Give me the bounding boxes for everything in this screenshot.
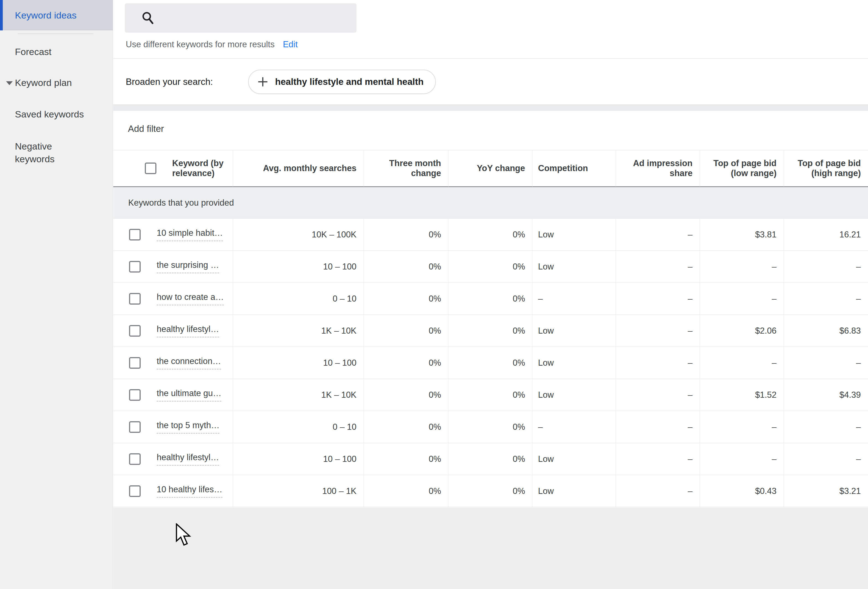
keyword-link[interactable]: how to create a…	[157, 292, 224, 306]
cell-value: 0%	[429, 486, 441, 496]
competition-cell: Low	[533, 347, 616, 379]
ad-impression-share-cell: –	[616, 218, 700, 250]
cell-value: –	[772, 422, 776, 432]
ad-impression-share-cell: –	[616, 411, 700, 443]
ad-impression-share-cell: –	[616, 475, 700, 507]
top-of-page-bid-low-cell: –	[700, 282, 784, 314]
three-month-change-cell: 0%	[364, 475, 449, 507]
row-checkbox[interactable]	[129, 293, 141, 305]
keyword-link[interactable]: 10 healthy lifes…	[157, 484, 223, 498]
cell-value: $3.81	[755, 230, 776, 240]
header-keyword: Keyword (by relevance)	[113, 150, 233, 187]
header-avg-monthly-searches: Avg. monthly searches	[233, 150, 364, 187]
broaden-keyword-chip[interactable]: healthy lifestyle and mental health	[248, 69, 436, 94]
cell-value: –	[688, 230, 692, 240]
three-month-change-cell: 0%	[364, 250, 449, 282]
cell-value: –	[772, 262, 776, 272]
top-of-page-bid-high-cell: –	[784, 443, 868, 475]
sidebar-item-label: Negative keywords	[15, 140, 78, 165]
keyword-link[interactable]: the top 5 myth…	[157, 421, 219, 434]
cell-value: –	[856, 454, 861, 464]
top-of-page-bid-high-cell: –	[784, 282, 868, 314]
cell-value: –	[856, 358, 861, 368]
header-top-of-page-bid-high: Top of page bid (high range)	[784, 150, 868, 187]
keyword-search-box[interactable]	[125, 3, 356, 32]
yoy-change-cell: 0%	[449, 218, 533, 250]
cell-value: 0%	[429, 390, 441, 400]
yoy-change-cell: 0%	[449, 250, 533, 282]
select-all-checkbox[interactable]	[145, 162, 156, 174]
keyword-cell: healthy lifestyl…	[113, 443, 233, 475]
header-ad-impression-share: Ad impression share	[616, 150, 700, 187]
competition-cell: Low	[533, 475, 616, 507]
ad-impression-share-cell: –	[616, 379, 700, 411]
keyword-link[interactable]: healthy lifestyl…	[157, 324, 219, 338]
chevron-down-icon	[6, 81, 13, 85]
yoy-change-cell: 0%	[449, 379, 533, 411]
header-yoy-change: YoY change	[449, 150, 533, 187]
top-of-page-bid-low-cell: –	[700, 443, 784, 475]
row-checkbox[interactable]	[129, 453, 141, 465]
competition-cell: Low	[533, 379, 616, 411]
top-of-page-bid-low-cell: $3.81	[700, 218, 784, 250]
row-checkbox[interactable]	[129, 325, 141, 337]
top-of-page-bid-low-cell: –	[700, 411, 784, 443]
top-of-page-bid-low-cell: –	[700, 347, 784, 379]
keyword-link[interactable]: 10 simple habit…	[157, 228, 223, 241]
row-checkbox[interactable]	[129, 485, 141, 497]
table-footer-area	[113, 508, 868, 589]
cell-value: Low	[538, 230, 554, 240]
add-filter-button[interactable]: Add filter	[128, 124, 164, 134]
sidebar-item-forecast[interactable]: Forecast	[0, 46, 113, 57]
keyword-cell: the ultimate gu…	[113, 379, 233, 411]
top-of-page-bid-high-cell: $3.21	[784, 475, 868, 507]
row-checkbox[interactable]	[129, 389, 141, 401]
cell-value: 0%	[512, 294, 525, 304]
card-gap	[113, 105, 868, 111]
sidebar-item-saved-keywords[interactable]: Saved keywords	[0, 109, 113, 120]
sidebar-item-keyword-ideas[interactable]: Keyword ideas	[0, 0, 113, 30]
three-month-change-cell: 0%	[364, 411, 449, 443]
sidebar-item-negative-keywords[interactable]: Negative keywords	[0, 140, 113, 165]
row-checkbox[interactable]	[129, 229, 141, 241]
cell-value: 0%	[429, 454, 441, 464]
cell-value: 0%	[429, 358, 441, 368]
row-checkbox[interactable]	[129, 421, 141, 433]
edit-link[interactable]: Edit	[283, 40, 298, 49]
keyword-link[interactable]: the ultimate gu…	[157, 388, 221, 402]
cell-value: 10 – 100	[323, 454, 356, 464]
competition-cell: Low	[533, 314, 616, 347]
top-of-page-bid-low-cell: –	[700, 250, 784, 282]
cell-value: 0%	[512, 230, 525, 240]
sidebar-item-label: Keyword plan	[15, 77, 72, 88]
cell-value: –	[856, 294, 861, 304]
competition-cell: Low	[533, 443, 616, 475]
keyword-link[interactable]: healthy lifestyl…	[157, 452, 219, 466]
cell-value: –	[856, 262, 861, 272]
section-label: Keywords that you provided	[128, 198, 234, 208]
cell-value: 1K – 10K	[321, 390, 356, 400]
cell-value: $1.52	[755, 390, 776, 400]
keyword-cell: the top 5 myth…	[113, 411, 233, 443]
header-label: Top of page bid (low range)	[707, 158, 776, 178]
three-month-change-cell: 0%	[364, 379, 449, 411]
cell-value: –	[688, 262, 692, 272]
search-input[interactable]	[155, 7, 356, 29]
sidebar-item-keyword-plan[interactable]: Keyword plan	[0, 77, 113, 88]
cell-value: –	[688, 326, 692, 336]
keyword-link[interactable]: the surprising …	[157, 260, 219, 273]
selected-accent-bar	[0, 0, 3, 30]
search-hint-row: Use different keywords for more results …	[126, 40, 298, 49]
keyword-link[interactable]: the connection…	[157, 356, 221, 369]
competition-cell: Low	[533, 250, 616, 282]
avg-monthly-searches-cell: 0 – 10	[233, 282, 364, 314]
sidebar-divider	[18, 34, 93, 34]
header-three-month-change: Three month change	[364, 150, 449, 187]
sidebar-item-label: Forecast	[15, 46, 113, 57]
row-checkbox[interactable]	[129, 357, 141, 369]
row-checkbox[interactable]	[129, 261, 141, 273]
mouse-cursor	[176, 523, 193, 548]
cell-value: 0%	[512, 358, 525, 368]
header-label: Ad impression share	[627, 158, 692, 178]
top-of-page-bid-low-cell: $0.43	[700, 475, 784, 507]
